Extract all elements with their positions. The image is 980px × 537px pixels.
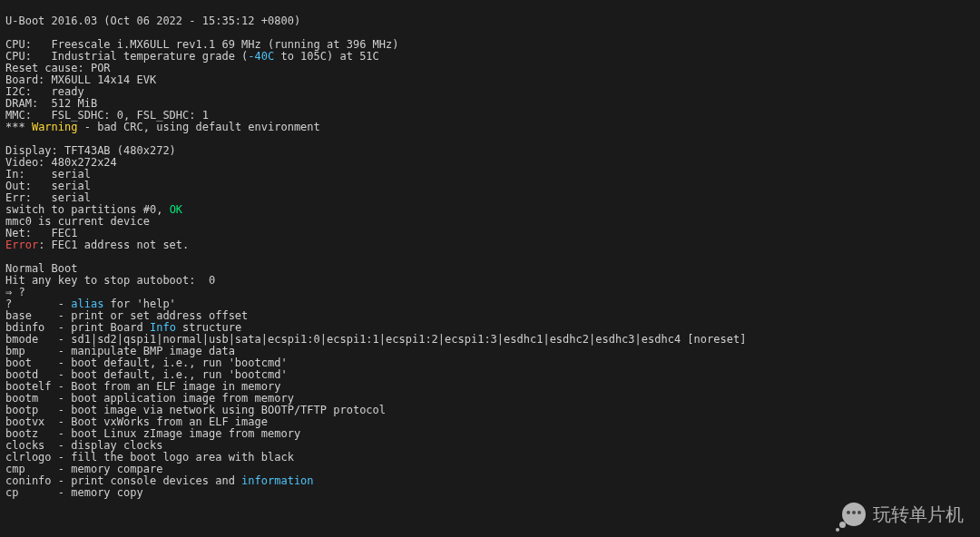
help-q-pre: ? - xyxy=(5,298,71,310)
terminal-output: U-Boot 2016.03 (Oct 06 2022 - 15:35:12 +… xyxy=(0,0,980,503)
mmc-line: MMC: FSL_SDHC: 0, FSL_SDHC: 1 xyxy=(5,109,209,122)
help-bmode: bmode - sd1|sd2|qspi1|normal|usb|sata|ec… xyxy=(5,333,746,346)
ok-label: OK xyxy=(170,203,182,216)
dram-line: DRAM: 512 MiB xyxy=(5,97,97,110)
help-clocks: clocks - display clocks xyxy=(5,439,162,452)
normal-boot: Normal Boot xyxy=(5,262,77,275)
wechat-icon xyxy=(842,503,866,526)
alias-keyword: alias xyxy=(71,298,103,310)
help-bootd: bootd - boot default, i.e., run 'bootcmd… xyxy=(5,368,288,381)
help-bdinfo-pre: bdinfo - print Board xyxy=(5,321,150,334)
warn-pre: *** xyxy=(5,121,32,133)
net-line: Net: FEC1 xyxy=(5,227,77,239)
help-coninfo-pre: coninfo - print console devices and xyxy=(5,474,241,487)
video-line: Video: 480x272x24 xyxy=(5,156,117,169)
prompt-line[interactable]: ⇒ ? xyxy=(5,286,25,298)
help-bootelf: bootelf - Boot from an ELF image in memo… xyxy=(5,380,280,393)
cpu-line-1: CPU: Freescale i.MX6ULL rev1.1 69 MHz (r… xyxy=(5,38,398,51)
help-boot: boot - boot default, i.e., run 'bootcmd' xyxy=(5,356,288,369)
help-cmp: cmp - memory compare xyxy=(5,463,162,475)
cpu-line-2-pre: CPU: Industrial temperature grade ( xyxy=(5,50,248,63)
warn-post: - bad CRC, using default environment xyxy=(77,121,319,133)
warning-label: Warning xyxy=(32,121,78,133)
help-clrlogo: clrlogo - fill the boot logo area with b… xyxy=(5,451,294,464)
board-line: Board: MX6ULL 14x14 EVK xyxy=(5,73,156,86)
i2c-line: I2C: ready xyxy=(5,85,84,98)
information-keyword: information xyxy=(241,474,313,487)
in-line: In: serial xyxy=(5,168,91,181)
help-bootz: bootz - boot Linux zImage image from mem… xyxy=(5,427,300,440)
err-line: Err: serial xyxy=(5,191,91,204)
mmc0-line: mmc0 is current device xyxy=(5,215,150,228)
help-bootp: bootp - boot image via network using BOO… xyxy=(5,404,386,416)
uboot-header: U-Boot 2016.03 (Oct 06 2022 - 15:35:12 +… xyxy=(5,15,300,27)
error-label: Error xyxy=(5,239,38,251)
autoboot-line: Hit any key to stop autoboot: 0 xyxy=(5,274,215,287)
help-q-post: for 'help' xyxy=(103,298,175,310)
out-line: Out: serial xyxy=(5,180,91,192)
watermark-text: 玩转单片机 xyxy=(873,509,964,521)
error-post: : FEC1 address not set. xyxy=(38,239,189,251)
help-base: base - print or set address offset xyxy=(5,309,248,322)
display-line: Display: TFT43AB (480x272) xyxy=(5,144,176,157)
info-keyword: Info xyxy=(150,321,176,334)
reset-cause: Reset cause: POR xyxy=(5,62,111,74)
help-bootm: bootm - boot application image from memo… xyxy=(5,392,294,405)
switch-pre: switch to partitions #0, xyxy=(5,203,170,216)
help-bmp: bmp - manipulate BMP image data xyxy=(5,345,235,357)
cpu-line-2-post: to 105C) at 51C xyxy=(274,50,379,63)
watermark: 玩转单片机 xyxy=(842,503,964,526)
help-cp: cp - memory copy xyxy=(5,486,143,499)
temp-minus40c: -40C xyxy=(248,50,274,63)
help-bootvx: bootvx - Boot vxWorks from an ELF image xyxy=(5,415,268,428)
help-bdinfo-post: structure xyxy=(176,321,241,334)
